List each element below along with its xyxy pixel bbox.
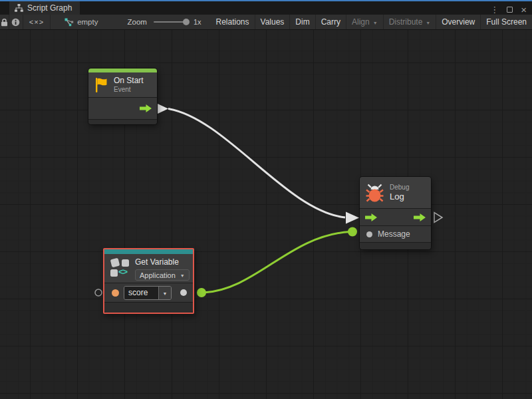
graph-name-label: empty <box>77 18 98 26</box>
node-on-start[interactable]: On Start Event <box>88 68 157 124</box>
flow-wire-target-arrow <box>346 212 359 224</box>
value-wire <box>203 232 350 293</box>
graph-hierarchy-icon <box>15 4 23 12</box>
variable-input-port[interactable] <box>112 289 119 297</box>
zoom-slider-handle[interactable] <box>183 19 190 25</box>
bug-icon <box>366 182 384 203</box>
angle-x-button[interactable]: <×> <box>23 15 51 29</box>
chevron-down-icon: ▼ <box>180 273 185 278</box>
graph-node-icon <box>64 17 74 27</box>
message-input-port[interactable] <box>366 231 372 237</box>
flow-wire-source-arrow <box>158 104 168 114</box>
port-label: Message <box>378 229 410 239</box>
info-button[interactable] <box>9 15 23 29</box>
info-icon <box>11 18 20 27</box>
node-get-variable[interactable]: <> Get Variable Application ▼ score ▼ <box>104 249 193 313</box>
flag-icon <box>94 76 108 94</box>
value-output-port[interactable] <box>180 289 187 296</box>
window-menu-icon[interactable]: ⋮ <box>490 5 499 14</box>
flow-output-port[interactable] <box>139 104 152 113</box>
node-footer <box>104 302 193 313</box>
variable-icon: <> <box>110 257 130 278</box>
zoom-label: Zoom <box>127 15 146 29</box>
overview-button[interactable]: Overview <box>436 15 481 29</box>
node-title: Get Variable <box>135 257 190 267</box>
node-title: On Start <box>114 76 144 86</box>
chevron-down-icon: ▼ <box>163 291 168 296</box>
node-subtitle: Event <box>114 86 144 94</box>
node-title: Log <box>390 192 409 201</box>
dropdown-button[interactable]: ▼ <box>158 287 171 299</box>
unconnected-flow-triangle[interactable] <box>434 213 442 223</box>
lock-button[interactable] <box>0 15 9 29</box>
zoom-value: 1x <box>194 15 201 29</box>
flow-input-port[interactable] <box>364 213 378 222</box>
zoom-slider[interactable] <box>154 21 187 23</box>
maximize-icon[interactable] <box>507 7 513 13</box>
script-graph-canvas[interactable]: On Start Event Debug Log <box>0 30 532 399</box>
close-icon[interactable]: × <box>521 5 527 15</box>
flow-output-port[interactable] <box>413 213 426 222</box>
values-button[interactable]: Values <box>255 15 291 29</box>
graph-toolbar: <×> empty Zoom 1x Relations Values Dim C… <box>0 15 532 30</box>
carry-button[interactable]: Carry <box>316 15 346 29</box>
node-footer <box>360 242 431 249</box>
variable-name-dropdown[interactable]: score ▼ <box>124 286 172 300</box>
dim-button[interactable]: Dim <box>290 15 315 29</box>
node-footer <box>88 119 157 124</box>
variable-name-value: score <box>124 287 158 299</box>
node-debug-log[interactable]: Debug Log Message <box>360 177 431 249</box>
distribute-button: Distribute▼ <box>384 15 437 29</box>
tab-bar: Script Graph ⋮ × <box>0 1 532 15</box>
node-category: Debug <box>390 184 409 192</box>
chevron-down-icon: ▼ <box>426 21 430 25</box>
value-wire-target-dot <box>348 227 357 237</box>
tab-label: Script Graph <box>27 3 72 13</box>
align-button: Align▼ <box>346 15 384 29</box>
lock-icon <box>1 18 8 27</box>
flow-wire <box>168 109 345 218</box>
variable-scope-dropdown[interactable]: Application ▼ <box>135 269 190 281</box>
tab-script-graph[interactable]: Script Graph <box>9 1 80 15</box>
connection-wires-layer <box>0 30 532 399</box>
value-wire-source-dot <box>197 288 206 297</box>
chevron-down-icon: ▼ <box>373 21 378 25</box>
relations-button[interactable]: Relations <box>211 15 255 29</box>
selection-outline: <> Get Variable Application ▼ score ▼ <box>103 248 194 314</box>
angle-x-glyph: <×> <box>29 18 44 26</box>
angle-brackets-glyph: <> <box>118 267 127 277</box>
graph-breadcrumb[interactable]: empty <box>64 15 98 29</box>
variable-color-bar <box>104 249 193 254</box>
unconnected-value-circle[interactable] <box>95 289 102 296</box>
fullscreen-button[interactable]: Full Screen <box>481 15 532 29</box>
